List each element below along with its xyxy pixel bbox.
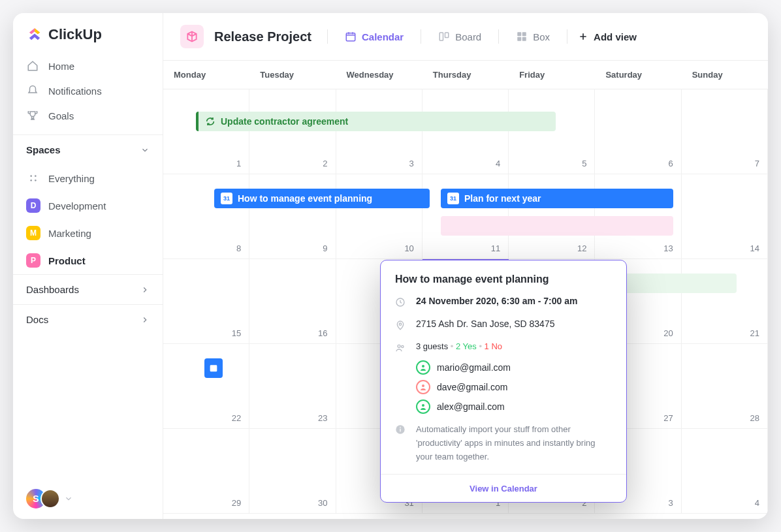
- view-label: Board: [455, 31, 481, 42]
- location-icon: [395, 320, 407, 332]
- space-label: Everything: [48, 173, 95, 184]
- event-small[interactable]: [204, 358, 223, 378]
- brand-name: ClickUp: [48, 26, 102, 43]
- cal-cell[interactable]: 2: [249, 89, 336, 174]
- brand-logo[interactable]: ClickUp: [13, 13, 163, 54]
- popup-datetime: 24 November 2020, 6:30 am - 7:00 am: [416, 296, 577, 309]
- date-num: 4: [496, 159, 500, 168]
- divider: [567, 29, 567, 44]
- cal-cell[interactable]: 22: [163, 344, 249, 429]
- popup-datetime-row: 24 November 2020, 6:30 am - 7:00 am: [395, 296, 612, 309]
- svg-point-17: [422, 384, 424, 387]
- project-title: Release Project: [214, 29, 311, 44]
- svg-point-15: [402, 345, 404, 347]
- date-num: 3: [668, 498, 673, 508]
- guest-email: mario@gmail.com: [437, 362, 511, 373]
- nav-notifications[interactable]: Notifications: [18, 78, 157, 103]
- cal-cell[interactable]: 16: [249, 259, 336, 344]
- date-num: 13: [663, 243, 673, 253]
- event-planning[interactable]: 31 How to manage event planning: [214, 189, 430, 208]
- cal-cell[interactable]: 21: [682, 259, 768, 344]
- sidebar-dashboards[interactable]: Dashboards: [13, 275, 163, 305]
- date-num: 23: [318, 413, 327, 423]
- date-num: 16: [318, 328, 327, 338]
- event-nextyear[interactable]: 31 Plan for next year: [441, 189, 673, 208]
- grid-dots-icon: [26, 171, 40, 185]
- day-header: Saturday: [595, 61, 681, 89]
- guest-avatar-icon: [416, 399, 430, 414]
- cal-cell[interactable]: 23: [249, 344, 336, 429]
- svg-rect-20: [400, 429, 400, 432]
- date-num: 20: [663, 328, 673, 338]
- add-view-button[interactable]: Add view: [578, 31, 637, 42]
- guest-row: dave@gmail.com: [416, 380, 612, 394]
- cal-cell[interactable]: 7: [682, 89, 768, 174]
- guest-row: mario@gmail.com: [416, 360, 612, 375]
- date-num: 14: [750, 243, 759, 253]
- cal-cell[interactable]: 1: [163, 89, 249, 174]
- svg-point-21: [400, 427, 401, 428]
- cal-cell[interactable]: 4: [422, 89, 509, 174]
- svg-rect-7: [517, 32, 521, 36]
- view-tab-calendar[interactable]: Calendar: [338, 27, 410, 46]
- cal-cell[interactable]: 5: [509, 89, 595, 174]
- svg-point-2: [30, 180, 32, 181]
- project-icon: [180, 25, 204, 48]
- svg-point-14: [398, 345, 400, 347]
- space-badge: M: [26, 226, 40, 240]
- cal-cell[interactable]: 28: [682, 344, 768, 429]
- space-development[interactable]: D Development: [13, 192, 163, 219]
- date-num: 22: [232, 413, 241, 423]
- date-num: 2: [323, 159, 327, 168]
- space-marketing[interactable]: M Marketing: [13, 219, 163, 247]
- popup-location: 2715 Ash Dr. San Jose, SD 83475: [416, 319, 554, 332]
- cal-cell[interactable]: 30: [249, 429, 336, 514]
- nav-home[interactable]: Home: [18, 54, 157, 78]
- svg-point-13: [399, 323, 401, 325]
- cal-cell[interactable]: 6: [595, 89, 681, 174]
- popup-footer: View in Calendar: [381, 474, 626, 502]
- cal-cell[interactable]: 3: [336, 89, 422, 174]
- cal-cell[interactable]: 15: [163, 259, 249, 344]
- cal-cell[interactable]: 10: [336, 174, 422, 259]
- nav-label: Notifications: [48, 86, 102, 97]
- cal-cell[interactable]: 14: [682, 174, 768, 259]
- clickup-logo-icon: [26, 26, 43, 43]
- cal-cell[interactable]: 29: [163, 429, 249, 514]
- date-num: 29: [232, 498, 241, 508]
- event-contractor[interactable]: Update contractor agreement: [196, 112, 556, 131]
- sidebar-docs[interactable]: Docs: [13, 305, 163, 334]
- day-header: Wednesday: [336, 61, 422, 89]
- cal-cell[interactable]: 4: [682, 429, 768, 514]
- popup-desc-row: Automatically import your stuff from oth…: [395, 423, 612, 463]
- space-everything[interactable]: Everything: [13, 164, 163, 192]
- chevron-right-icon: [140, 315, 150, 324]
- date-num: 11: [491, 243, 500, 253]
- date-num: 27: [663, 413, 673, 423]
- space-label: Development: [48, 200, 106, 211]
- event-pink[interactable]: [441, 216, 673, 236]
- calendar-mini-icon: [208, 363, 219, 373]
- cal-cell[interactable]: 9: [249, 174, 336, 259]
- box-icon: [516, 31, 528, 42]
- view-in-calendar-link[interactable]: View in Calendar: [470, 484, 537, 493]
- date-num: 15: [232, 328, 241, 338]
- cal-cell[interactable]: 8: [163, 174, 249, 259]
- date-num: 5: [582, 159, 586, 168]
- event-label: Plan for next year: [464, 193, 541, 204]
- space-product[interactable]: P Product: [13, 247, 163, 274]
- view-tab-box[interactable]: Box: [509, 27, 556, 46]
- spaces-header[interactable]: Spaces: [13, 135, 163, 164]
- date-num: 3: [409, 159, 414, 168]
- date-num: 28: [750, 413, 759, 423]
- chevron-down-icon[interactable]: [64, 494, 73, 503]
- user-avatar-photo[interactable]: [40, 489, 60, 509]
- date-num: 8: [236, 243, 241, 253]
- date-num: 1: [236, 159, 241, 168]
- view-tab-board[interactable]: Board: [432, 27, 488, 46]
- info-icon: [395, 424, 407, 463]
- nav-goals[interactable]: Goals: [18, 103, 157, 128]
- day-header: Friday: [509, 61, 595, 89]
- date-num: 9: [323, 243, 327, 253]
- topbar: Release Project Calendar Board Box Add v…: [163, 13, 768, 61]
